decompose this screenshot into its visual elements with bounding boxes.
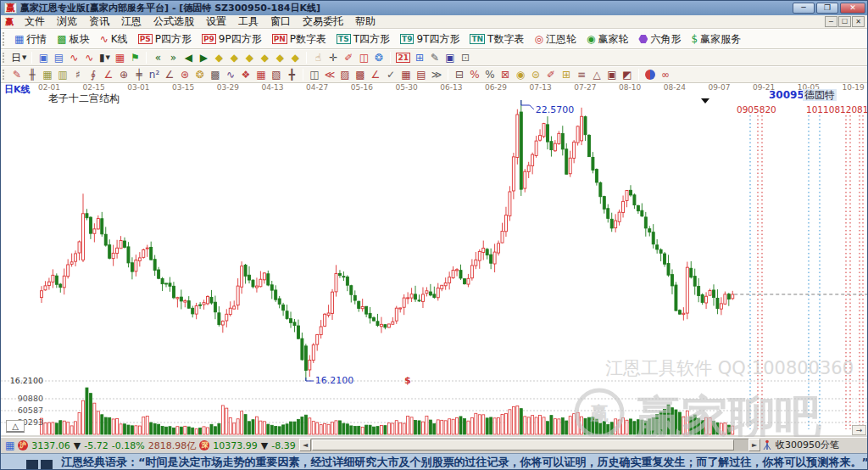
- zigzag-red-icon[interactable]: ∿: [66, 51, 81, 65]
- board-icon[interactable]: ▤: [51, 51, 66, 65]
- p-number-table-button[interactable]: PNP数字表: [267, 31, 331, 48]
- p-square-button[interactable]: PSP四方形: [133, 31, 197, 48]
- menu-窗口[interactable]: 窗口: [264, 15, 297, 27]
- p9-square-button[interactable]: P99P四方形: [197, 31, 267, 48]
- toolbar-grip[interactable]: [3, 70, 6, 81]
- winner-wheel-button[interactable]: ◉赢家轮: [581, 31, 633, 48]
- child-restore-button[interactable]: ☐: [838, 16, 851, 27]
- pie-wheel-button[interactable]: [643, 68, 658, 82]
- spider-tool-button[interactable]: ❖: [238, 68, 253, 82]
- n-square-tool-button[interactable]: n²: [147, 68, 162, 82]
- ratio-table-tool-button[interactable]: ⊟: [452, 68, 467, 82]
- percent-plain-tool-button[interactable]: %: [482, 68, 498, 82]
- prev-bar-button[interactable]: ◀: [181, 51, 196, 65]
- measure-cross-tool-button[interactable]: ╋: [284, 68, 299, 82]
- notebook-button[interactable]: ✎: [427, 51, 442, 65]
- menu-浏览[interactable]: 浏览: [51, 15, 83, 27]
- child-minimize-button[interactable]: ─: [825, 16, 837, 27]
- expand-left-button[interactable]: ◆: [242, 51, 257, 65]
- fan-lines-tool-button[interactable]: ≪: [322, 68, 337, 82]
- compress-left-button[interactable]: ◆: [211, 51, 226, 65]
- percent-retrace-tool-button[interactable]: %: [467, 68, 482, 82]
- scrollbar-right-arrow[interactable]: ►: [748, 439, 760, 451]
- time-ruler-tool-button[interactable]: ╫: [25, 68, 40, 82]
- t-number-table-button[interactable]: TNT数字表: [465, 31, 529, 48]
- menu-交易委托[interactable]: 交易委托: [297, 15, 349, 27]
- calendar-button[interactable]: 21: [394, 51, 412, 65]
- menu-文件[interactable]: 文件: [19, 15, 51, 27]
- chart-scrollbar[interactable]: ◄ ►: [299, 439, 760, 451]
- period-daily-button[interactable]: 日▼: [9, 51, 28, 65]
- snapshot-button[interactable]: ⊡: [458, 51, 473, 65]
- angle-fan-tool-button[interactable]: ∠: [368, 68, 383, 82]
- last-bar-button[interactable]: »: [165, 51, 181, 65]
- gann-angle-tool-button[interactable]: ∠: [162, 68, 177, 82]
- golden-circle-tool-button[interactable]: ◉: [513, 68, 528, 82]
- zigzag-red2-icon[interactable]: ∿: [81, 51, 97, 65]
- flag-chart-icon[interactable]: ⚑: [127, 51, 142, 65]
- menu-工具[interactable]: 工具: [232, 15, 264, 27]
- check-tool-button[interactable]: ✓: [383, 68, 398, 82]
- gold-zone-tool-button[interactable]: ⊞: [559, 68, 574, 82]
- menu-公式选股[interactable]: 公式选股: [147, 15, 200, 27]
- scrollbar-track[interactable]: [311, 439, 748, 451]
- quote-grid-icon[interactable]: ▦: [5, 439, 14, 451]
- minimize-button[interactable]: ─: [793, 3, 815, 14]
- scroll-right-button[interactable]: →: [852, 425, 866, 435]
- scrollbar-thumb[interactable]: [312, 439, 734, 450]
- kline-chart[interactable]: 江恩工具软件 QQ:100800360赢家聊吧赢02-0102-1503-010…: [1, 83, 868, 437]
- chart-area[interactable]: 江恩工具软件 QQ:100800360赢家聊吧赢02-0102-1503-010…: [1, 83, 868, 437]
- expand-right-button[interactable]: ◆: [257, 51, 272, 65]
- dark-zone-tool-button[interactable]: ▣: [604, 68, 620, 82]
- candle-style-button[interactable]: ▮▼: [97, 51, 112, 65]
- compress-both-button[interactable]: ◆: [272, 51, 287, 65]
- chart-window-icon[interactable]: ▣: [36, 51, 51, 65]
- gann-window-button[interactable]: ◫: [356, 51, 371, 65]
- dark-box-tool-button[interactable]: ▩: [353, 68, 368, 82]
- pane-toggle-button[interactable]: △: [6, 420, 25, 433]
- toolbar-grip[interactable]: [3, 53, 6, 64]
- flag-ruler-tool-button[interactable]: ♯: [70, 68, 86, 82]
- compress-right-button[interactable]: ◆: [226, 51, 242, 65]
- golden-section-tool-button[interactable]: ⊜: [528, 68, 543, 82]
- infinity-button[interactable]: ∞: [658, 68, 673, 82]
- grid-sheet2-tool-button[interactable]: ▤: [414, 68, 429, 82]
- scrollbar-left-arrow[interactable]: ◄: [299, 439, 311, 451]
- time-grid-tool-button[interactable]: ╪: [131, 68, 147, 82]
- percent-box-tool-button[interactable]: ⊠: [498, 68, 513, 82]
- save-button[interactable]: ▣: [442, 51, 458, 65]
- child-close-button[interactable]: ✕: [852, 16, 865, 27]
- menu-帮助[interactable]: 帮助: [349, 15, 381, 27]
- menu-资讯[interactable]: 资讯: [83, 15, 115, 27]
- expand-both-button[interactable]: ◆: [287, 51, 303, 65]
- price-grid2-tool-button[interactable]: ▥: [55, 68, 70, 82]
- spiral-tool-button[interactable]: ∮: [86, 68, 101, 82]
- shade-box-tool-button[interactable]: ▨: [337, 68, 353, 82]
- calculator-button[interactable]: ⊞: [412, 51, 427, 65]
- analysis-button[interactable]: ❂: [371, 51, 387, 65]
- grid-sheet-tool-button[interactable]: ▦: [398, 68, 414, 82]
- kline-button[interactable]: ∿K线: [95, 31, 133, 48]
- pencil-tool-button[interactable]: ✎: [9, 68, 25, 82]
- sectors-button[interactable]: ▩板块: [52, 31, 94, 48]
- t9-square-button[interactable]: T99T四方形: [395, 31, 465, 48]
- fib-lines-tool-button[interactable]: ≡: [574, 68, 589, 82]
- hexagon-button[interactable]: 六角形: [633, 31, 686, 48]
- quotes-button[interactable]: ▦行情: [9, 31, 52, 48]
- restore-button[interactable]: ❐: [816, 3, 838, 14]
- slash-lines-tool-button[interactable]: ≫: [429, 68, 444, 82]
- tick-mode-label[interactable]: 收300950分笔: [776, 439, 839, 451]
- price-grid-tool-button[interactable]: ▦: [40, 68, 55, 82]
- gann-wheel-button[interactable]: ◎江恩轮: [529, 31, 581, 48]
- angle-ruler-tool-button[interactable]: ∠: [101, 68, 116, 82]
- cycle-circle-tool-button[interactable]: ⊕: [116, 68, 131, 82]
- red-grid-tool-button[interactable]: ▦: [253, 68, 269, 82]
- close-button[interactable]: ✕: [840, 3, 865, 14]
- wedge-tool-button[interactable]: △: [589, 68, 604, 82]
- trend-zone-tool-button[interactable]: ◩: [620, 68, 635, 82]
- fan-circle-tool-button[interactable]: ⊛: [177, 68, 192, 82]
- sun-tool-button[interactable]: ❂: [192, 68, 208, 82]
- menu-设置[interactable]: 设置: [200, 15, 232, 27]
- menu-江恩[interactable]: 江恩: [115, 15, 147, 27]
- next-bar-button[interactable]: ▶: [196, 51, 211, 65]
